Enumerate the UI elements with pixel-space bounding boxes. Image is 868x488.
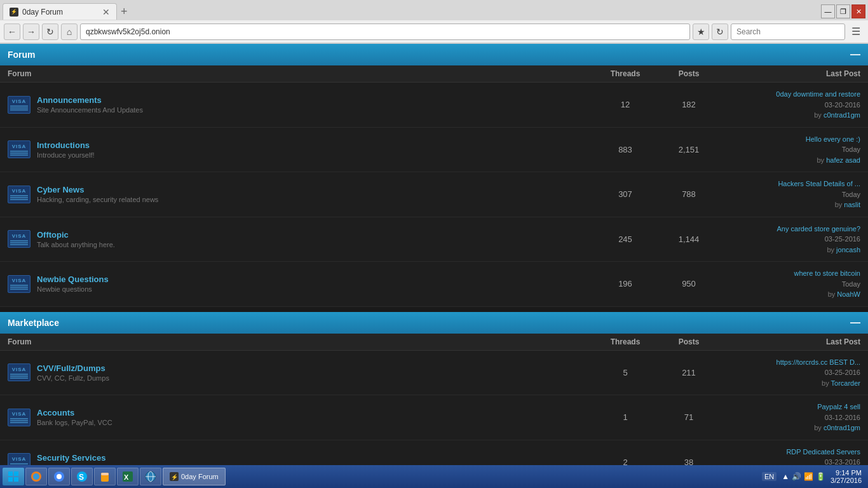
forum-name-link[interactable]: Accounts <box>37 408 74 417</box>
browser-chrome: ⚡ 0day Forum ✕ + — ❐ ✕ ← → ↻ ⌂ ★ ↻ ☰ <box>0 0 868 44</box>
posts-count: 950 <box>657 279 721 288</box>
taskbar-skype-btn[interactable]: S <box>71 468 93 485</box>
svg-text:⚡: ⚡ <box>171 473 179 481</box>
forum-name-link[interactable]: Newbie Questions <box>37 274 109 284</box>
marketplace-section-title: Marketplace <box>8 318 59 328</box>
refresh-small-button[interactable]: ↻ <box>712 24 728 40</box>
svg-rect-3 <box>14 477 18 482</box>
taskbar-excel-btn[interactable]: X <box>117 468 139 485</box>
forum-name-link[interactable]: Introductions <box>37 140 90 150</box>
start-button[interactable] <box>3 468 24 485</box>
table-row: VISA Cyber News Hacking, carding, securi… <box>0 172 868 217</box>
chrome-icon <box>53 470 65 483</box>
taskbar-firefox-btn[interactable] <box>25 468 47 485</box>
card-line <box>10 422 28 423</box>
forum-name-link[interactable]: CVV/Fullz/Dumps <box>37 363 105 373</box>
svg-rect-11 <box>101 473 109 475</box>
forum-info: VISA Newbie Questions Newbie questions <box>8 274 593 293</box>
close-button[interactable]: ✕ <box>851 4 865 18</box>
taskbar-globe-btn[interactable] <box>140 468 161 485</box>
search-input[interactable] <box>731 24 845 40</box>
bookmark-button[interactable]: ★ <box>693 24 709 40</box>
last-post-date: Today <box>721 189 860 200</box>
card-line <box>10 242 28 243</box>
last-post-info: where to store bitcoin Today by NoahW <box>721 268 860 300</box>
taskbar-beer-btn[interactable] <box>94 468 116 485</box>
forum-name-link[interactable]: Announcements <box>37 95 102 105</box>
posts-count: 788 <box>657 189 721 199</box>
last-post-title[interactable]: Any carded store genuine? <box>721 224 860 234</box>
visa-text: VISA <box>12 278 27 283</box>
home-button[interactable]: ⌂ <box>61 24 78 40</box>
marketplace-minimize-button[interactable]: — <box>850 317 860 329</box>
table-row: VISA CVV/Fullz/Dumps CVV, CC, Fullz, Dum… <box>0 351 868 396</box>
threads-count: 196 <box>593 279 657 288</box>
last-post-title[interactable]: 0day downtime and restore <box>721 89 860 100</box>
last-post-title[interactable]: Paypalz 4 sell <box>721 402 860 412</box>
visa-text: VISA <box>12 456 27 462</box>
card-line <box>10 285 28 286</box>
back-button[interactable]: ← <box>4 24 20 40</box>
table-row: VISA Announcements Site Announcements An… <box>0 83 868 128</box>
skype-icon: S <box>76 470 88 483</box>
forum-description: Newbie questions <box>37 285 109 293</box>
last-post-date: Today <box>721 279 860 290</box>
col-threads: Threads <box>593 69 657 78</box>
taskbar-chrome-btn[interactable] <box>48 468 70 485</box>
last-post-user[interactable]: Torcarder <box>831 379 860 387</box>
last-post-date: Today <box>721 144 860 155</box>
visa-text: VISA <box>12 411 27 417</box>
svg-point-5 <box>33 473 39 480</box>
last-post-user[interactable]: c0ntrad1gm <box>824 424 860 431</box>
volume-icon: 🔊 <box>792 472 801 481</box>
last-post-title[interactable]: https://torcrds.cc BEST D... <box>721 357 860 368</box>
forward-button[interactable]: → <box>23 24 39 40</box>
last-post-user[interactable]: NoahW <box>837 290 860 298</box>
refresh-button[interactable]: ↻ <box>42 24 58 40</box>
new-tab-button[interactable]: + <box>117 5 132 18</box>
tab-close-button[interactable]: ✕ <box>102 8 110 17</box>
marketplace-section-header: Marketplace — <box>0 312 868 334</box>
forum-description: Bank logs, PayPal, VCC <box>37 419 112 426</box>
card-lines <box>10 285 28 290</box>
last-post-by: by joncash <box>721 245 860 255</box>
tab-bar: ⚡ 0day Forum ✕ + — ❐ ✕ <box>0 0 868 20</box>
browser-menu-button[interactable]: ☰ <box>848 24 864 40</box>
card-line <box>10 240 28 241</box>
forum-name-link[interactable]: Security Services <box>37 453 105 463</box>
table-row: VISA Accounts Bank logs, PayPal, VCC 1 7… <box>0 395 868 440</box>
last-post-title[interactable]: Hello every one :) <box>721 134 860 145</box>
browser-tab[interactable]: ⚡ 0day Forum ✕ <box>3 3 117 20</box>
forum-name-link[interactable]: Offtopic <box>37 230 69 240</box>
forum-description: Site Announcements And Updates <box>37 106 143 114</box>
globe-icon <box>144 470 157 483</box>
marketplace-table-header: Forum Threads Posts Last Post <box>0 334 868 351</box>
last-post-user[interactable]: joncash <box>836 246 860 254</box>
tab-title: 0day Forum <box>22 8 98 17</box>
visa-text: VISA <box>12 367 27 372</box>
forum-info: VISA Offtopic Talk about anything here. <box>8 230 593 248</box>
forum-table-header: Forum Threads Posts Last Post <box>0 65 868 83</box>
minimize-button[interactable]: — <box>821 4 835 18</box>
last-post-user[interactable]: hafez asad <box>826 156 860 164</box>
threads-count: 12 <box>593 100 657 109</box>
posts-count: 2,151 <box>657 145 721 154</box>
forum-name-link[interactable]: Cyber News <box>37 185 84 194</box>
svg-text:X: X <box>124 473 129 481</box>
last-post-title[interactable]: where to store bitcoin <box>721 268 860 279</box>
last-post-title[interactable]: RDP Dedicated Servers <box>721 447 860 458</box>
last-post-by: by c0ntrad1gm <box>721 423 860 433</box>
card-lines <box>10 374 28 379</box>
address-bar[interactable] <box>80 24 690 40</box>
clock-time: 9:14 PM <box>831 469 862 477</box>
forum-description: Hacking, carding, security related news <box>37 196 158 203</box>
forum-minimize-button[interactable]: — <box>850 49 860 60</box>
last-post-user[interactable]: naslit <box>844 201 860 208</box>
last-post-title[interactable]: Hackers Steal Details of ... <box>721 179 860 189</box>
forum-description: Introduce yourself! <box>37 151 95 159</box>
maximize-button[interactable]: ❐ <box>836 4 850 18</box>
taskbar-active-tab[interactable]: ⚡ 0day Forum <box>163 468 226 485</box>
card-line <box>10 244 28 245</box>
card-line <box>10 463 28 464</box>
last-post-user[interactable]: c0ntrad1gm <box>824 111 860 119</box>
